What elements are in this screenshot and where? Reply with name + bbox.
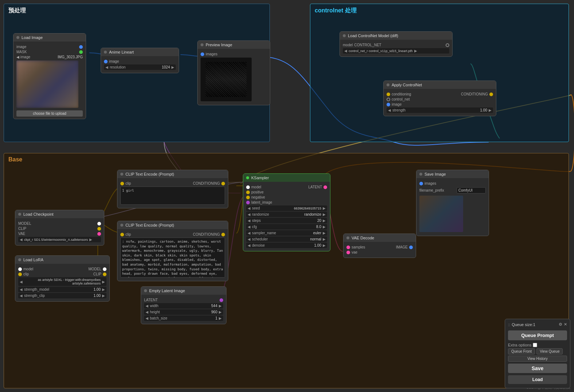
res-left-arrow[interactable]: ◀ <box>105 65 108 69</box>
sched-right[interactable]: ▶ <box>323 237 326 241</box>
apply-image-in-port[interactable] <box>387 103 390 106</box>
ctrl-left[interactable]: ◀ <box>248 212 251 216</box>
close-icon[interactable]: ✕ <box>564 322 567 327</box>
str-clip-right[interactable]: ▶ <box>102 294 105 298</box>
preview-image-title: Preview Image <box>198 41 270 49</box>
checkpoint-dot <box>18 213 21 216</box>
ctrl-right[interactable]: ▶ <box>323 212 326 216</box>
ckpt-left[interactable]: ◀ <box>20 238 23 242</box>
seed-right[interactable]: ▶ <box>323 206 326 210</box>
latent-out[interactable] <box>220 298 223 302</box>
conditioning-out-port[interactable] <box>489 93 493 96</box>
lora-clip-out[interactable] <box>103 273 106 276</box>
lora-clip-in[interactable] <box>18 273 22 276</box>
str-clip-left[interactable]: ◀ <box>20 294 23 298</box>
str-model-right[interactable]: ▶ <box>102 287 105 291</box>
save-images-in[interactable] <box>419 182 423 185</box>
batch-left[interactable]: ◀ <box>146 316 148 320</box>
clip-pos-out[interactable] <box>221 182 225 185</box>
ks-positive-in[interactable] <box>246 191 250 194</box>
ks-negative-in[interactable] <box>246 196 250 199</box>
controlnet-left[interactable]: ◀ <box>344 49 347 53</box>
clip-out-port[interactable] <box>97 227 101 231</box>
image-out-label: image <box>16 45 26 49</box>
load-image-title: Load Image <box>13 34 86 42</box>
negative-prompt[interactable] <box>120 238 225 278</box>
load-btn[interactable]: Load <box>508 375 567 384</box>
lora-model-out[interactable] <box>103 267 106 271</box>
str-clip-value: 1.00 <box>90 294 101 298</box>
steps-right[interactable]: ▶ <box>323 219 326 223</box>
save-image-title: Save Image <box>416 170 489 178</box>
sched-left[interactable]: ◀ <box>248 237 251 241</box>
strength-clip-slider: ◀ strength_clip 1.00 ▶ <box>18 293 106 298</box>
denoise-label: denoise <box>252 243 309 247</box>
sampler-right[interactable]: ▶ <box>323 231 326 235</box>
ks-latent-out[interactable] <box>323 185 327 189</box>
cfg-right[interactable]: ▶ <box>323 225 326 229</box>
queue-front-btn[interactable]: Queue Front <box>508 348 535 354</box>
cfg-left[interactable]: ◀ <box>248 225 251 229</box>
vae-samples-in[interactable] <box>346 246 350 249</box>
lora-model-in[interactable] <box>18 267 22 271</box>
clip-pos-in[interactable] <box>120 182 124 185</box>
str-model-left[interactable]: ◀ <box>20 287 23 291</box>
batch-right[interactable]: ▶ <box>219 316 222 320</box>
strength-model-slider: ◀ strength_model 1.00 ▶ <box>18 287 106 292</box>
checkpoint-slider: ◀ ckpt_r SD1.5/wintermoonmix_A.safetenso… <box>18 237 101 242</box>
load-image-node: Load Image image MASK ◀ image IMG_3023.J… <box>13 33 86 119</box>
steps-left[interactable]: ◀ <box>248 219 251 223</box>
anime-lineart-node: Anime Lineart image ◀ resolution 1024 ▶ <box>101 48 179 73</box>
image-in-port[interactable] <box>104 60 108 63</box>
grid-icon: :: <box>508 322 510 327</box>
denoise-right[interactable]: ▶ <box>323 243 326 247</box>
controlnet-right[interactable]: ▶ <box>414 49 417 53</box>
seed-left[interactable]: ◀ <box>248 206 251 210</box>
lora-right[interactable]: ▶ <box>102 280 105 284</box>
image-in-label: image <box>109 59 119 63</box>
filename-prefix-input[interactable] <box>457 187 486 193</box>
queue-prompt-btn[interactable]: Queue Prompt <box>508 330 567 340</box>
conditioning-in-port[interactable] <box>387 93 390 96</box>
height-left[interactable]: ◀ <box>146 310 148 314</box>
preprocess-label: 预处理 <box>8 7 26 15</box>
vae-image-out[interactable] <box>409 246 413 249</box>
settings-icon[interactable]: ⚙ <box>559 322 562 327</box>
queue-size-label: Queue size: <box>512 322 533 327</box>
denoise-left[interactable]: ◀ <box>248 243 251 247</box>
width-right[interactable]: ▶ <box>219 304 222 308</box>
width-left[interactable]: ◀ <box>146 304 148 308</box>
clip-neg-in[interactable] <box>120 233 124 236</box>
preview-images-in-port[interactable] <box>201 52 204 56</box>
vae-in[interactable] <box>346 251 350 254</box>
extra-options-checkbox[interactable] <box>533 343 537 347</box>
height-right[interactable]: ▶ <box>219 310 222 314</box>
image-out-port[interactable] <box>79 45 83 49</box>
mask-out-port[interactable] <box>79 50 83 54</box>
save-btn[interactable]: Save <box>508 364 567 373</box>
control-net-in-port[interactable] <box>387 98 390 101</box>
ckpt-right[interactable]: ▶ <box>89 238 92 242</box>
ks-model-in[interactable] <box>246 185 250 189</box>
view-queue-btn[interactable]: View Queue <box>536 348 563 354</box>
batch-slider: ◀ batch_size 1 ▶ <box>144 315 223 321</box>
save-image-dot <box>419 173 422 176</box>
strength-right[interactable]: ▶ <box>489 108 492 112</box>
positive-prompt[interactable] <box>120 187 225 205</box>
strength-left[interactable]: ◀ <box>388 108 391 112</box>
controlnet-model-out-port[interactable] <box>446 43 449 47</box>
res-right-arrow[interactable]: ▶ <box>171 65 174 69</box>
load-controlnet-title: Load ControlNet Model (diff) <box>340 32 452 40</box>
view-history-btn[interactable]: View History <box>508 356 567 362</box>
lora-left[interactable]: ◀ <box>20 280 23 284</box>
controlnet-out-label: CONTROL_NET <box>354 43 381 47</box>
upload-btn[interactable]: choose file to upload <box>16 110 83 117</box>
model-out-port[interactable] <box>97 222 101 226</box>
lora-file-slider: ◀ as artstyle SDXL - trigger:with:dreamy… <box>18 277 106 286</box>
vae-out-port[interactable] <box>97 232 101 236</box>
clip-neg-out[interactable] <box>221 233 225 236</box>
extra-options-row: Extra options <box>508 343 567 347</box>
scheduler-slider: ◀ scheduler normal ▶ <box>246 236 327 242</box>
ks-latent-in[interactable] <box>246 201 250 204</box>
sampler-left[interactable]: ◀ <box>248 231 251 235</box>
